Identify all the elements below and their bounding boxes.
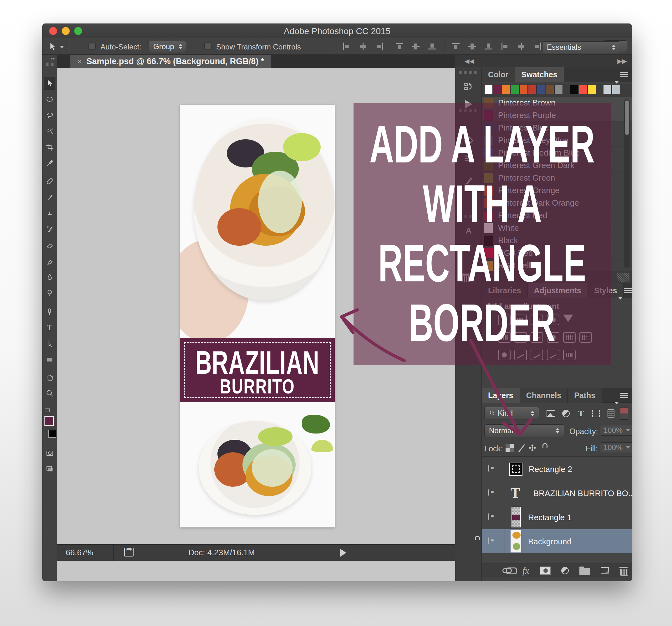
swap-colors-icon[interactable]	[45, 409, 50, 412]
path-selection-tool-icon[interactable]	[44, 337, 55, 350]
new-group-icon[interactable]	[579, 568, 590, 575]
history-brush-tool-icon[interactable]	[44, 223, 55, 236]
opacity-value[interactable]: 100%	[600, 425, 632, 436]
delete-layer-icon[interactable]	[620, 567, 628, 574]
workspace-dropdown[interactable]: Essentials	[542, 41, 620, 53]
layer-row-rectangle1[interactable]: Rectangle 1	[482, 505, 632, 529]
filter-adjustment-layers-icon[interactable]	[559, 407, 573, 420]
tab-swatches[interactable]: Swatches	[515, 67, 564, 82]
tab-paths[interactable]: Paths	[568, 388, 602, 403]
filter-smart-objects-icon[interactable]	[604, 407, 618, 420]
quick-swatch[interactable]	[554, 85, 563, 94]
visibility-eye-icon[interactable]	[488, 537, 489, 544]
rectangle-layer-thumbnail[interactable]	[511, 507, 521, 527]
quick-swatch[interactable]	[603, 85, 611, 94]
toolstrip-collapse-icon[interactable]: ▸▸	[42, 55, 57, 61]
align-right-edges-icon[interactable]	[375, 43, 384, 50]
move-tool-icon[interactable]	[44, 77, 55, 90]
distribute-bottom-edges-icon[interactable]	[485, 43, 493, 50]
quick-swatch[interactable]	[528, 85, 536, 94]
distribute-right-edges-icon[interactable]	[533, 43, 542, 50]
lock-transparency-icon[interactable]	[506, 444, 514, 452]
foreground-color-chip[interactable]	[44, 416, 54, 426]
panel-menu-icon[interactable]	[624, 287, 632, 295]
distribute-left-edges-icon[interactable]	[501, 43, 509, 50]
quick-swatch[interactable]	[502, 85, 510, 94]
healing-brush-tool-icon[interactable]	[44, 175, 55, 188]
toolstrip-grip[interactable]	[45, 63, 54, 66]
canvas-document[interactable]: BRAZILIAN BURRITO BOWLS	[180, 105, 335, 527]
new-layer-icon[interactable]	[601, 567, 609, 574]
quick-swatch[interactable]	[612, 85, 620, 94]
tab-channels[interactable]: Channels	[520, 388, 568, 403]
quick-swatch[interactable]	[519, 85, 528, 94]
status-options-arrow-icon[interactable]	[340, 549, 346, 557]
marquee-tool-icon[interactable]	[44, 93, 55, 106]
tab-close-icon[interactable]: ×	[77, 57, 82, 66]
visibility-eye-icon[interactable]	[488, 465, 489, 472]
move-tool-option-icon[interactable]	[47, 40, 58, 53]
expand-dock-icon[interactable]: ▶▶	[617, 57, 627, 65]
align-horizontal-centers-icon[interactable]	[359, 43, 367, 50]
zoom-tool-icon[interactable]	[44, 387, 55, 400]
quick-mask-icon[interactable]	[44, 447, 55, 460]
magic-wand-tool-icon[interactable]	[44, 124, 55, 138]
link-layers-icon[interactable]	[502, 568, 512, 573]
document-tab[interactable]: × Sample.psd @ 66.7% (Background, RGB/8)…	[70, 55, 271, 68]
background-layer-thumbnail[interactable]	[510, 530, 521, 553]
clone-stamp-tool-icon[interactable]	[44, 207, 55, 220]
layer-style-fx-icon[interactable]: fx	[523, 565, 529, 576]
new-adjustment-layer-icon[interactable]	[561, 567, 569, 574]
collapse-dock-icon[interactable]: ◀◀	[464, 57, 474, 65]
eyedropper-tool-icon[interactable]	[44, 157, 55, 170]
background-color-chip[interactable]	[48, 430, 56, 438]
fill-value[interactable]: 100%	[600, 442, 632, 453]
quick-swatch[interactable]	[546, 85, 554, 94]
history-panel-icon[interactable]	[461, 80, 477, 94]
filter-type-layers-icon[interactable]: T	[574, 407, 588, 420]
shape-tool-icon[interactable]	[44, 353, 55, 366]
dodge-tool-icon[interactable]	[44, 286, 55, 300]
quick-swatch[interactable]	[484, 85, 493, 94]
quick-swatch[interactable]	[493, 85, 502, 94]
distribute-horizontal-centers-icon[interactable]	[517, 43, 526, 50]
tab-color[interactable]: Color	[482, 67, 515, 82]
pen-tool-icon[interactable]	[44, 305, 55, 318]
screen-mode-icon[interactable]	[44, 463, 55, 476]
add-mask-icon[interactable]	[540, 566, 551, 575]
blur-tool-icon[interactable]	[44, 271, 55, 284]
lock-position-icon[interactable]: ✣	[529, 443, 536, 453]
distribute-vertical-centers-icon[interactable]	[468, 43, 477, 50]
filter-kind-dropdown[interactable]: Kind	[484, 407, 539, 419]
distribute-top-edges-icon[interactable]	[452, 43, 460, 50]
paint-bucket-tool-icon[interactable]	[44, 254, 55, 268]
quick-swatch[interactable]	[537, 85, 545, 94]
filter-shape-layers-icon[interactable]	[589, 407, 603, 420]
share-export-icon[interactable]	[124, 548, 134, 557]
quick-swatch[interactable]	[510, 85, 519, 94]
blend-mode-dropdown[interactable]: Normal	[484, 424, 564, 437]
filter-pixel-layers-icon[interactable]	[544, 407, 558, 420]
quick-swatch[interactable]	[570, 85, 578, 94]
minidock-grip[interactable]	[458, 71, 479, 74]
layer-row-text[interactable]: T BRAZILIAN BURRITO BO...	[482, 481, 632, 505]
swatch-scrollbar[interactable]	[624, 99, 630, 268]
panel-menu-icon[interactable]	[620, 71, 628, 78]
visibility-eye-icon[interactable]	[488, 489, 489, 496]
auto-select-checkbox[interactable]	[89, 43, 96, 50]
tool-preset-caret-icon[interactable]	[60, 46, 64, 48]
align-left-edges-icon[interactable]	[342, 43, 351, 50]
panel-resize-grip[interactable]	[617, 273, 629, 282]
type-tool-icon[interactable]: T	[44, 321, 55, 334]
crop-tool-icon[interactable]	[44, 141, 55, 154]
tab-layers[interactable]: Layers	[482, 388, 520, 403]
align-vertical-centers-icon[interactable]	[412, 43, 421, 50]
scrollbar-thumb[interactable]	[625, 100, 629, 135]
text-layer-icon[interactable]: T	[510, 485, 520, 502]
zoom-level-field[interactable]: 66.67%	[66, 548, 93, 557]
filter-toggle-switch[interactable]	[620, 407, 628, 420]
lasso-tool-icon[interactable]	[44, 109, 55, 122]
show-transform-checkbox[interactable]	[204, 43, 212, 50]
brush-tool-icon[interactable]	[44, 191, 55, 204]
align-top-edges-icon[interactable]	[396, 43, 404, 50]
